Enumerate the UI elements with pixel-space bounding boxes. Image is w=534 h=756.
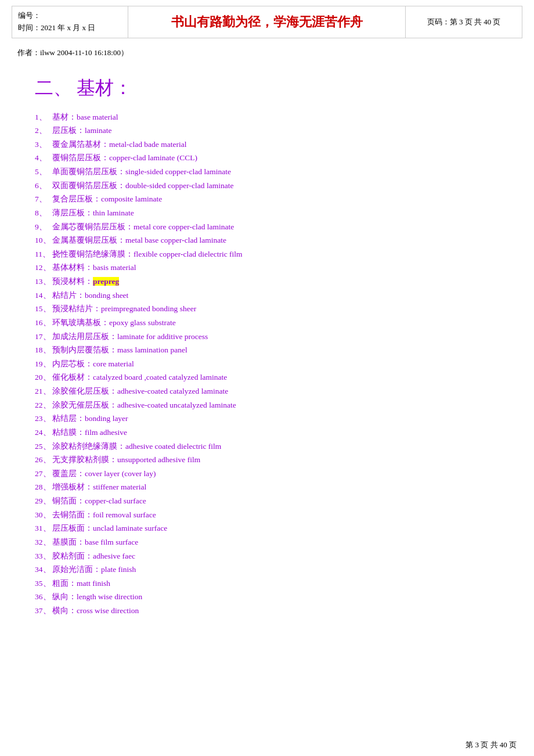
item-en: copper-clad laminate (CCL)	[109, 153, 197, 162]
item-number: 29、	[35, 494, 52, 508]
item-zh: 层压板面：	[52, 524, 93, 532]
item-en: flexible copper-clad dielectric film	[134, 250, 243, 258]
page-footer: 第 3 页 共 40 页	[466, 740, 517, 750]
item-number: 31、	[35, 521, 52, 535]
item-zh: 预浸粘结片：	[52, 304, 101, 313]
item-zh: 无支撑胶粘剂膜：	[52, 455, 117, 464]
list-item: 13、预浸材料：prepreg	[35, 275, 517, 289]
item-number: 23、	[35, 412, 52, 426]
list-item: 11、挠性覆铜箔绝缘薄膜：flexible copper-clad dielec…	[35, 247, 517, 261]
item-number: 5、	[35, 165, 52, 179]
item-number: 36、	[35, 590, 52, 604]
item-zh: 预制内层覆箔板：	[52, 345, 117, 354]
item-en: base film surface	[85, 538, 138, 546]
item-zh: 薄层压板：	[52, 208, 93, 217]
list-item: 14、粘结片：bonding sheet	[35, 289, 517, 303]
item-en: prepreg	[93, 277, 119, 286]
item-en: foil removal surface	[93, 510, 156, 519]
item-en: thin laminate	[93, 208, 134, 217]
item-en: double-sided copper-clad laminate	[125, 181, 233, 190]
highlight-prepreg: prepreg	[93, 277, 119, 286]
item-en: metal base copper-clad laminate	[125, 236, 226, 244]
item-en: preimpregnated bonding sheer	[101, 304, 196, 313]
list-item: 20、催化板材：catalyzed board ,coated catalyze…	[35, 370, 517, 384]
list-item: 32、基膜面：base film surface	[35, 535, 517, 549]
item-en: bonding layer	[85, 414, 128, 423]
item-zh: 金属芯覆铜箔层压板：	[52, 222, 134, 231]
list-item: 23、粘结层：bonding layer	[35, 412, 517, 426]
item-en: single-sided copper-clad laminate	[125, 167, 231, 176]
item-zh: 层压板：	[52, 126, 85, 135]
item-number: 24、	[35, 426, 52, 440]
item-en: metal-clad bade material	[109, 140, 186, 149]
item-zh: 双面覆铜箔层压板：	[52, 181, 125, 190]
list-item: 3、覆金属箔基材：metal-clad bade material	[35, 138, 517, 152]
list-item: 16、环氧玻璃基板：epoxy glass substrate	[35, 316, 517, 330]
item-en: adhesive-coated uncatalyzed laminate	[117, 401, 236, 409]
item-number: 6、	[35, 179, 52, 193]
item-number: 12、	[35, 261, 52, 275]
list-item: 8、薄层压板：thin laminate	[35, 206, 517, 220]
list-item: 4、覆铜箔层压板：copper-clad laminate (CCL)	[35, 151, 517, 165]
footer-page-number: 第 3 页 共 40 页	[466, 740, 517, 749]
header-center: 书山有路勤为径，学海无涯苦作舟	[128, 6, 406, 38]
list-item: 28、增强板材：stiffener material	[35, 480, 517, 494]
item-number: 26、	[35, 453, 52, 467]
item-en: matt finish	[77, 579, 110, 588]
item-number: 17、	[35, 330, 52, 344]
item-en: length wise direction	[77, 592, 142, 601]
list-item: 15、预浸粘结片：preimpregnated bonding sheer	[35, 302, 517, 316]
item-number: 21、	[35, 384, 52, 398]
item-zh: 覆铜箔层压板：	[52, 153, 109, 162]
item-zh: 基膜面：	[52, 538, 85, 546]
item-en: core material	[93, 359, 134, 368]
item-zh: 增强板材：	[52, 483, 93, 491]
item-number: 1、	[35, 110, 52, 124]
item-en: cross wise direction	[77, 606, 139, 615]
term-list: 1、基材：base material2、层压板：laminate3、覆金属箔基材…	[35, 110, 517, 618]
list-item: 34、原始光洁面：plate finish	[35, 563, 517, 577]
item-number: 8、	[35, 206, 52, 220]
list-item: 27、覆盖层：cover layer (cover lay)	[35, 467, 517, 481]
item-zh: 预浸材料：	[52, 277, 93, 286]
item-en: plate finish	[101, 565, 136, 574]
list-item: 17、加成法用层压板：laminate for additive process	[35, 330, 517, 344]
item-number: 2、	[35, 124, 52, 138]
item-number: 37、	[35, 604, 52, 618]
list-item: 35、粗面：matt finish	[35, 577, 517, 591]
list-item: 2、层压板：laminate	[35, 124, 517, 138]
author-line: 作者：ilww 2004-11-10 16:18:00）	[17, 48, 517, 58]
item-number: 30、	[35, 508, 52, 522]
item-zh: 环氧玻璃基板：	[52, 318, 109, 327]
item-number: 27、	[35, 467, 52, 481]
item-zh: 粘结膜：	[52, 428, 85, 437]
item-en: base material	[77, 113, 118, 121]
list-item: 25、涂胶粘剂绝缘薄膜：adhesive coated dielectric f…	[35, 440, 517, 453]
item-number: 16、	[35, 316, 52, 330]
list-item: 10、金属基覆铜层压板：metal base copper-clad lamin…	[35, 233, 517, 247]
list-item: 29、铜箔面：copper-clad surface	[35, 494, 517, 508]
item-zh: 去铜箔面：	[52, 510, 93, 519]
item-number: 28、	[35, 480, 52, 494]
list-item: 1、基材：base material	[35, 110, 517, 124]
list-item: 37、横向：cross wise direction	[35, 604, 517, 618]
item-en: copper-clad surface	[85, 496, 146, 505]
item-en: cover layer (cover lay)	[85, 469, 156, 478]
item-zh: 挠性覆铜箔绝缘薄膜：	[52, 250, 134, 258]
item-en: bonding sheet	[85, 291, 128, 300]
list-item: 24、粘结膜：film adhesive	[35, 426, 517, 440]
item-zh: 单面覆铜箔层压板：	[52, 167, 125, 176]
item-zh: 粘结片：	[52, 291, 85, 300]
item-en: stiffener material	[93, 483, 146, 491]
item-number: 22、	[35, 398, 52, 412]
item-number: 13、	[35, 275, 52, 289]
item-zh: 粗面：	[52, 579, 77, 588]
item-zh: 覆金属箔基材：	[52, 140, 109, 149]
item-zh: 复合层压板：	[52, 195, 101, 203]
item-en: unsupported adhesive film	[117, 455, 200, 464]
item-en: adhesive coated dielectric film	[125, 442, 221, 451]
item-zh: 铜箔面：	[52, 496, 85, 505]
item-number: 10、	[35, 233, 52, 247]
item-en: adhesive-coated catalyzed laminate	[117, 387, 228, 395]
item-number: 4、	[35, 151, 52, 165]
